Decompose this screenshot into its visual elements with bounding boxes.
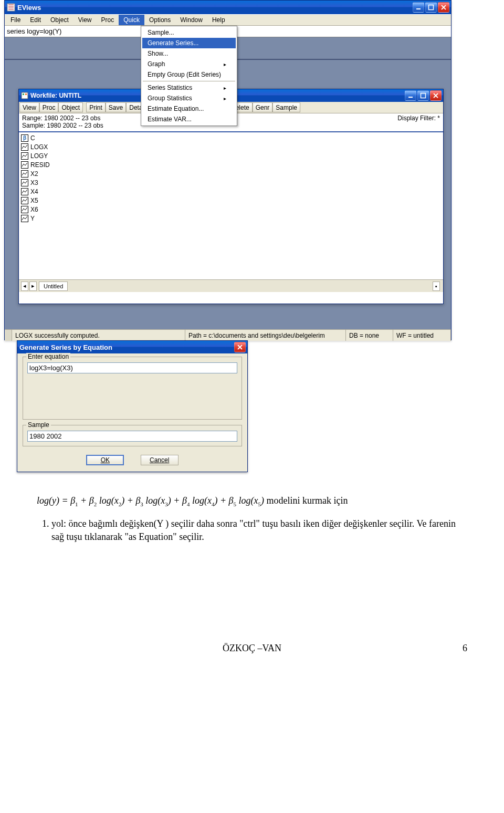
- variable-row[interactable]: βC: [21, 133, 441, 142]
- menuitem-estimate-var[interactable]: Estimate VAR...: [142, 114, 236, 124]
- toolbar-object[interactable]: Object: [58, 102, 83, 112]
- sample-line: Sample: 1980 2002 -- 23 obs: [22, 122, 103, 129]
- menuitem-show[interactable]: Show...: [142, 48, 236, 59]
- workfile-icon: [21, 92, 28, 99]
- variable-row[interactable]: RESID: [21, 160, 441, 169]
- status-wf: WF = untitled: [393, 330, 451, 341]
- svg-rect-6: [408, 97, 413, 98]
- variable-list[interactable]: βCLOGXLOGYRESIDX2X3X4X5X6Y: [19, 132, 443, 279]
- menubar[interactable]: FileEditObjectViewProcQuickOptionsWindow…: [5, 14, 451, 26]
- menu-quick[interactable]: Quick: [119, 15, 144, 25]
- variable-name: X3: [30, 179, 38, 186]
- menuitem-estimate-equation[interactable]: Estimate Equation...: [142, 103, 236, 114]
- svg-rect-5: [25, 93, 27, 95]
- workfile-tab[interactable]: Untitled: [39, 282, 68, 291]
- menuitem-sample[interactable]: Sample...: [142, 27, 236, 38]
- variable-name: X4: [30, 188, 38, 195]
- menu-options[interactable]: Options: [144, 15, 175, 25]
- toolbar-sample[interactable]: Sample: [272, 102, 300, 112]
- svg-rect-7: [421, 93, 426, 98]
- sample-input[interactable]: [27, 431, 237, 442]
- toolbar-save[interactable]: Save: [106, 102, 126, 112]
- equation-formula: log(y) = β1 + β2 log(x2) + β3 log(x3) + …: [37, 495, 267, 506]
- main-title: EViews: [17, 4, 41, 12]
- range-line: Range: 1980 2002 -- 23 obs: [22, 114, 103, 122]
- sample-legend: Sample: [26, 421, 51, 429]
- status-grip-left: [5, 330, 12, 341]
- menuitem-generate-series[interactable]: Generate Series...: [142, 38, 236, 48]
- variable-name: X2: [30, 170, 38, 178]
- menu-window[interactable]: Window: [175, 15, 207, 25]
- command-text: series logy=log(Y): [7, 27, 61, 35]
- quick-menu-dropdown[interactable]: Sample...Generate Series...Show...GraphE…: [141, 26, 237, 126]
- workfile-title: Workfile: UNTITL: [30, 92, 81, 99]
- variable-name: LOGX: [30, 143, 48, 151]
- footer-center: ÖZKOÇ –VAN: [223, 643, 281, 653]
- dialog-close-button[interactable]: [234, 342, 246, 352]
- status-db: DB = none: [346, 330, 393, 341]
- app-icon: [7, 3, 15, 12]
- menu-help[interactable]: Help: [207, 15, 230, 25]
- svg-rect-2: [429, 5, 434, 10]
- series-icon: [21, 215, 28, 222]
- variable-name: X6: [30, 206, 38, 213]
- menu-object[interactable]: Object: [46, 15, 74, 25]
- maximize-button[interactable]: [425, 2, 437, 13]
- series-icon: [21, 188, 28, 195]
- series-icon: [21, 152, 28, 160]
- variable-name: Y: [30, 215, 35, 222]
- equation-input[interactable]: [27, 362, 237, 373]
- app-area: EViews FileEditObjectViewProcQuickOption…: [4, 0, 452, 340]
- series-icon: [21, 179, 28, 186]
- menu-view[interactable]: View: [74, 15, 97, 25]
- series-icon: [21, 170, 28, 178]
- status-message: LOGX successfully computed.: [12, 330, 185, 341]
- minimize-button[interactable]: [413, 2, 424, 13]
- series-icon: [21, 197, 28, 204]
- variable-row[interactable]: X5: [21, 196, 441, 205]
- status-path: Path = c:\documents and settings\deu\bel…: [185, 330, 346, 341]
- tab-new[interactable]: ▪: [433, 282, 440, 291]
- generate-series-dialog: Generate Series by Equation Enter equati…: [17, 340, 248, 472]
- variable-name: RESID: [30, 161, 50, 169]
- variable-row[interactable]: X6: [21, 205, 441, 214]
- menuitem-graph[interactable]: Graph: [142, 59, 236, 69]
- series-icon: [21, 143, 28, 151]
- menuitem-series-statistics[interactable]: Series Statistics: [142, 82, 236, 93]
- variable-row[interactable]: X4: [21, 187, 441, 196]
- toolbar-proc[interactable]: Proc: [39, 102, 59, 112]
- variable-row[interactable]: X2: [21, 169, 441, 178]
- ok-button[interactable]: OK: [86, 455, 124, 465]
- menu-proc[interactable]: Proc: [97, 15, 119, 25]
- wf-maximize-button[interactable]: [417, 90, 429, 101]
- statusbar: LOGX successfully computed. Path = c:\do…: [5, 329, 451, 341]
- variable-row[interactable]: LOGX: [21, 142, 441, 151]
- variable-name: X5: [30, 197, 38, 204]
- variable-name: C: [30, 134, 35, 142]
- eq-legend: Enter equation: [26, 353, 70, 360]
- wf-close-button[interactable]: [430, 90, 442, 101]
- menu-edit[interactable]: Edit: [25, 15, 46, 25]
- menuitem-empty-group-edit-series[interactable]: Empty Group (Edit Series): [142, 69, 236, 80]
- variable-row[interactable]: Y: [21, 214, 441, 223]
- toolbar-view[interactable]: View: [19, 102, 39, 112]
- close-button[interactable]: [438, 2, 449, 13]
- toolbar-print[interactable]: Print: [86, 102, 106, 112]
- workfile-tabs[interactable]: ◂ ▸ Untitled ▪: [19, 279, 443, 292]
- tab-prev[interactable]: ◂: [21, 282, 28, 291]
- menuitem-group-statistics[interactable]: Group Statistics: [142, 93, 236, 103]
- variable-name: LOGY: [30, 152, 48, 160]
- dialog-title: Generate Series by Equation: [19, 343, 112, 351]
- menu-separator: [143, 81, 235, 81]
- cancel-button[interactable]: Cancel: [141, 455, 178, 465]
- variable-row[interactable]: X3: [21, 178, 441, 187]
- series-icon: [21, 206, 28, 213]
- menu-file[interactable]: File: [6, 15, 25, 25]
- wf-minimize-button[interactable]: [405, 90, 416, 101]
- svg-rect-4: [23, 93, 24, 95]
- eq-suffix: modelini kurmak için: [267, 495, 348, 506]
- coef-icon: β: [21, 134, 28, 142]
- variable-row[interactable]: LOGY: [21, 151, 441, 160]
- tab-next[interactable]: ▸: [29, 282, 37, 291]
- toolbar-genr[interactable]: Genr: [253, 102, 273, 112]
